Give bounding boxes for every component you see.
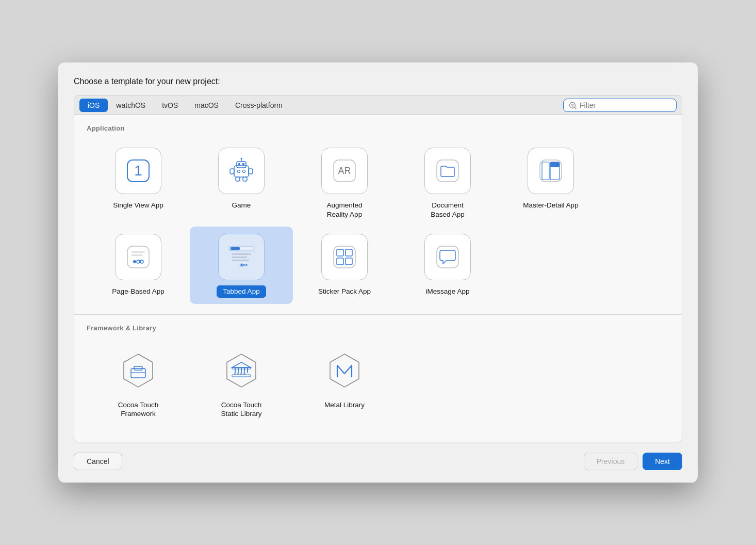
- svg-rect-35: [232, 257, 247, 258]
- template-document-based-app[interactable]: DocumentBased App: [396, 140, 499, 227]
- filter-input[interactable]: [580, 101, 662, 109]
- framework-section: Framework & Library Cocoa: [74, 315, 682, 442]
- filter-input-wrap: [563, 99, 677, 112]
- next-button[interactable]: Next: [643, 453, 682, 470]
- template-imessage-app[interactable]: iMessage App: [396, 227, 499, 304]
- svg-line-1: [574, 107, 576, 109]
- metal-library-label: Metal Library: [321, 399, 368, 411]
- master-detail-app-icon: [528, 148, 574, 194]
- tab-macos[interactable]: macOS: [186, 99, 227, 112]
- svg-rect-34: [232, 253, 251, 255]
- svg-point-10: [241, 158, 242, 159]
- tabbed-app-label: Tabbed App: [217, 285, 266, 298]
- svg-rect-13: [230, 169, 234, 174]
- svg-text:•••: •••: [242, 262, 248, 268]
- template-game[interactable]: Game: [190, 140, 293, 227]
- cocoa-touch-framework-label: Cocoa TouchFramework: [115, 399, 162, 420]
- single-view-app-label: Single View App: [110, 199, 166, 212]
- template-metal-library[interactable]: Metal Library: [293, 340, 396, 426]
- svg-rect-43: [346, 258, 352, 265]
- svg-rect-49: [234, 373, 236, 375]
- tab-ios[interactable]: iOS: [79, 99, 108, 112]
- svg-rect-48: [232, 375, 251, 377]
- page-based-app-icon: [115, 234, 161, 280]
- svg-rect-51: [240, 373, 242, 375]
- svg-rect-30: [132, 251, 145, 253]
- cancel-button[interactable]: Cancel: [74, 453, 122, 470]
- cocoa-touch-framework-icon: [115, 347, 161, 394]
- svg-rect-12: [242, 163, 244, 165]
- page-based-app-label: Page-Based App: [109, 285, 167, 298]
- svg-rect-33: [231, 247, 240, 250]
- new-project-dialog: Choose a template for your new project: …: [58, 62, 698, 483]
- ar-app-label: AugmentedReality App: [323, 199, 365, 220]
- game-label: Game: [229, 199, 254, 212]
- document-based-app-icon: [424, 148, 471, 194]
- svg-rect-21: [437, 160, 458, 182]
- tab-watchos[interactable]: watchOS: [108, 99, 154, 112]
- template-cocoa-touch-static-library[interactable]: Cocoa TouchStatic Library: [190, 340, 293, 426]
- svg-rect-50: [237, 373, 239, 375]
- single-view-app-icon: 1: [115, 148, 161, 194]
- svg-rect-25: [550, 162, 560, 167]
- svg-point-29: [140, 260, 143, 263]
- document-based-app-label: DocumentBased App: [428, 199, 467, 220]
- svg-rect-41: [346, 249, 352, 256]
- dialog-title: Choose a template for your new project:: [74, 77, 682, 86]
- svg-rect-16: [243, 177, 247, 181]
- svg-rect-31: [132, 254, 143, 256]
- sticker-pack-app-label: Sticker Pack App: [315, 285, 374, 298]
- footer-right: Previous Next: [584, 453, 682, 470]
- application-section-header: Application: [87, 124, 669, 132]
- metal-library-icon: [321, 347, 368, 394]
- game-icon: [218, 148, 265, 194]
- svg-rect-15: [236, 177, 240, 181]
- sticker-pack-app-icon: [321, 234, 368, 280]
- imessage-app-label: iMessage App: [423, 285, 473, 298]
- svg-rect-40: [337, 249, 343, 256]
- svg-rect-23: [542, 162, 549, 180]
- ar-app-icon: AR: [321, 148, 368, 194]
- svg-point-28: [137, 260, 140, 263]
- svg-rect-14: [249, 169, 253, 174]
- tab-cross-platform[interactable]: Cross-platform: [227, 99, 291, 112]
- template-page-based-app[interactable]: Page-Based App: [87, 227, 190, 304]
- template-sticker-pack-app[interactable]: Sticker Pack App: [293, 227, 396, 304]
- imessage-app-icon: [424, 234, 471, 280]
- svg-rect-42: [337, 258, 343, 265]
- tab-bar: iOS watchOS tvOS macOS Cross-platform: [74, 96, 682, 115]
- dialog-footer: Cancel Previous Next: [74, 453, 682, 470]
- template-ar-app[interactable]: AR AugmentedReality App: [293, 140, 396, 227]
- svg-rect-36: [232, 260, 249, 261]
- previous-button[interactable]: Previous: [584, 453, 637, 470]
- application-templates-grid: 1 Single View App: [87, 140, 669, 309]
- framework-templates-grid: Cocoa TouchFramework: [87, 340, 669, 431]
- svg-text:AR: AR: [338, 166, 351, 176]
- svg-rect-11: [238, 163, 240, 165]
- tab-tvos[interactable]: tvOS: [154, 99, 186, 112]
- svg-point-18: [243, 170, 245, 173]
- template-content-wrapper: iOS watchOS tvOS macOS Cross-platform Ap…: [74, 95, 682, 442]
- filter-icon: [569, 102, 577, 109]
- tabbed-app-icon: ★ •••: [218, 234, 265, 280]
- svg-point-17: [238, 170, 240, 173]
- svg-point-27: [133, 260, 136, 263]
- application-section: Application 1 Single View App: [74, 115, 682, 314]
- cocoa-touch-static-library-label: Cocoa TouchStatic Library: [218, 399, 265, 420]
- template-master-detail-app[interactable]: Master-Detail App: [499, 140, 602, 227]
- svg-rect-26: [127, 246, 149, 268]
- svg-text:1: 1: [134, 163, 142, 179]
- svg-rect-52: [243, 373, 245, 375]
- template-tabbed-app[interactable]: ★ ••• Tabbed App: [190, 227, 293, 304]
- svg-rect-8: [237, 162, 246, 168]
- template-single-view-app[interactable]: 1 Single View App: [87, 140, 190, 227]
- cocoa-touch-static-library-icon: [218, 347, 265, 394]
- framework-section-header: Framework & Library: [87, 324, 669, 332]
- template-cocoa-touch-framework[interactable]: Cocoa TouchFramework: [87, 340, 190, 426]
- tab-bar-inner: iOS watchOS tvOS macOS Cross-platform: [79, 99, 563, 112]
- master-detail-app-label: Master-Detail App: [520, 199, 581, 212]
